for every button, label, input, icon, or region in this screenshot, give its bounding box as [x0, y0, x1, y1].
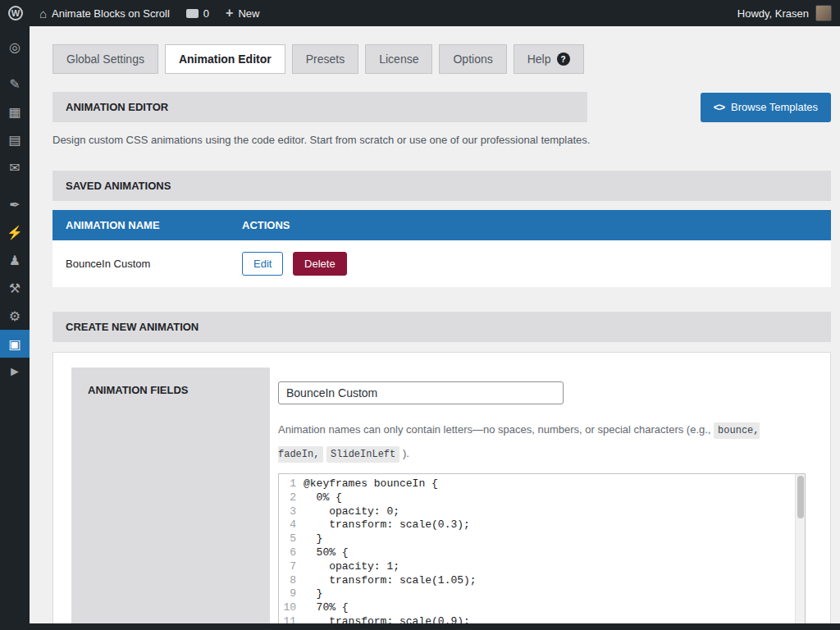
settings-icon[interactable]: ⚙ [0, 302, 30, 330]
line-number: 4 [279, 518, 304, 532]
line-code: transform: scale(1.05); [304, 574, 477, 588]
new-content-link[interactable]: + New [217, 0, 267, 26]
home-icon: ⌂ [39, 7, 47, 21]
user-avatar[interactable] [815, 5, 832, 21]
animation-name-input[interactable] [278, 381, 564, 404]
bottom-bar [0, 623, 840, 630]
line-number: 8 [279, 574, 304, 588]
css-code-editor[interactable]: 1@keyframes bounceIn {2 0% {3 opacity: 0… [278, 473, 806, 630]
code-lines: 1@keyframes bounceIn {2 0% {3 opacity: 0… [279, 477, 805, 630]
button-label: Browse Templates [731, 101, 818, 113]
line-number: 1 [279, 477, 304, 491]
code-line: 1@keyframes bounceIn { [279, 477, 805, 491]
line-code: opacity: 1; [304, 560, 399, 574]
posts-icon[interactable]: ✎ [0, 70, 30, 98]
wordpress-logo-icon: W [8, 6, 23, 21]
tab-animation-editor[interactable]: Animation Editor [165, 44, 285, 74]
line-number: 3 [279, 505, 304, 519]
site-name-link[interactable]: ⌂ Animate Blocks on Scroll [31, 0, 178, 26]
pages-icon[interactable]: ▤ [0, 126, 30, 153]
media-icon[interactable]: ▦ [0, 98, 30, 126]
tab-label: Options [453, 52, 492, 66]
editor-description: Design custom CSS animations using the c… [52, 134, 831, 146]
main-content: Global Settings Animation Editor Presets… [30, 26, 840, 630]
help-code-example-2: SlideInLeft [326, 446, 399, 463]
section-title: ANIMATION EDITOR [66, 101, 168, 113]
table-row: BounceIn Custom Edit Delete [52, 240, 831, 287]
line-code: opacity: 0; [304, 505, 399, 519]
help-text-after: ). [399, 447, 409, 459]
users-icon[interactable]: ♟ [0, 246, 30, 274]
dashboard-icon[interactable]: ◎ [0, 33, 30, 61]
line-number: 7 [279, 560, 304, 574]
wordpress-menu[interactable]: W [0, 0, 31, 26]
section-title: SAVED ANIMATIONS [66, 180, 171, 192]
create-animation-panel: ANIMATION FIELDS Animation names can onl… [52, 352, 831, 630]
animate-blocks-on-scroll-icon[interactable]: ▣ [0, 330, 30, 358]
code-line: 3 opacity: 0; [279, 505, 805, 519]
column-actions: ACTIONS [229, 210, 831, 240]
actions-cell: Edit Delete [229, 240, 831, 287]
code-line: 4 transform: scale(0.3); [279, 518, 805, 532]
saved-animations-table: ANIMATION NAME ACTIONS BounceIn Custom E… [52, 210, 831, 287]
tab-label: Animation Editor [179, 52, 272, 66]
create-new-animation-heading: CREATE NEW ANIMATION [52, 312, 831, 342]
line-code: transform: scale(0.3); [304, 518, 470, 532]
appearance-icon[interactable]: ✒ [0, 190, 30, 218]
plugins-icon[interactable]: ⚡ [0, 218, 30, 246]
howdy-greeting[interactable]: Howdy, Krasen [737, 7, 809, 20]
tab-license[interactable]: License [365, 44, 432, 74]
line-code: @keyframes bounceIn { [304, 477, 438, 491]
code-line: 5 } [279, 532, 805, 546]
line-number: 2 [279, 491, 304, 505]
column-animation-name: ANIMATION NAME [52, 210, 229, 240]
code-line: 9 } [279, 587, 805, 601]
admin-bar: W ⌂ Animate Blocks on Scroll 0 + New How… [0, 0, 840, 26]
collapse-menu-icon[interactable]: ► [0, 358, 30, 386]
line-number: 5 [279, 532, 304, 546]
line-code: 0% { [304, 491, 342, 505]
browse-templates-button[interactable]: <> Browse Templates [701, 93, 831, 122]
line-code: } [304, 587, 322, 601]
comments-bubble-icon [186, 9, 199, 18]
site-name: Animate Blocks on Scroll [52, 7, 170, 20]
comments-link[interactable]: 0 [178, 0, 217, 26]
comments-icon[interactable]: ✉ [0, 153, 30, 181]
code-line: 6 50% { [279, 546, 805, 560]
section-title: CREATE NEW ANIMATION [66, 321, 199, 333]
table-header-row: ANIMATION NAME ACTIONS [52, 210, 831, 240]
comments-count: 0 [203, 7, 209, 20]
settings-tabs: Global Settings Animation Editor Presets… [52, 44, 831, 74]
sidebar-menu: ◎✎▦▤✉✒⚡♟⚒⚙▣► [0, 26, 30, 630]
line-code: 50% { [304, 546, 349, 560]
help-text-before: Animation names can only contain letters… [278, 423, 714, 436]
edit-button[interactable]: Edit [242, 252, 283, 276]
fields-title: ANIMATION FIELDS [88, 384, 189, 396]
tab-presets[interactable]: Presets [292, 44, 358, 74]
line-number: 10 [279, 601, 304, 615]
help-question-icon: ? [557, 52, 570, 66]
scrollbar-thumb[interactable] [797, 476, 804, 518]
animation-form: Animation names can only contain letters… [278, 368, 812, 630]
tools-icon[interactable]: ⚒ [0, 274, 30, 302]
animation-fields-label: ANIMATION FIELDS [71, 368, 270, 630]
line-number: 6 [279, 546, 304, 560]
code-editor-scrollbar[interactable] [795, 474, 805, 630]
animation-editor-heading: ANIMATION EDITOR [52, 92, 587, 122]
code-line: 8 transform: scale(1.05); [279, 574, 805, 588]
line-code: } [304, 532, 322, 546]
tab-help[interactable]: Help ? [514, 44, 584, 74]
saved-animations-heading: SAVED ANIMATIONS [52, 171, 831, 201]
animation-name-cell: BounceIn Custom [52, 240, 229, 287]
code-brackets-icon: <> [714, 101, 724, 113]
tab-options[interactable]: Options [439, 44, 506, 74]
delete-button[interactable]: Delete [293, 252, 347, 276]
animation-name-help: Animation names can only contain letters… [278, 418, 803, 466]
code-line: 2 0% { [279, 491, 805, 505]
line-code: 70% { [304, 601, 349, 615]
plus-icon: + [226, 6, 233, 21]
code-line: 7 opacity: 1; [279, 560, 805, 574]
tab-label: License [379, 52, 418, 66]
tab-label: Help [527, 52, 551, 66]
tab-global-settings[interactable]: Global Settings [52, 44, 158, 74]
